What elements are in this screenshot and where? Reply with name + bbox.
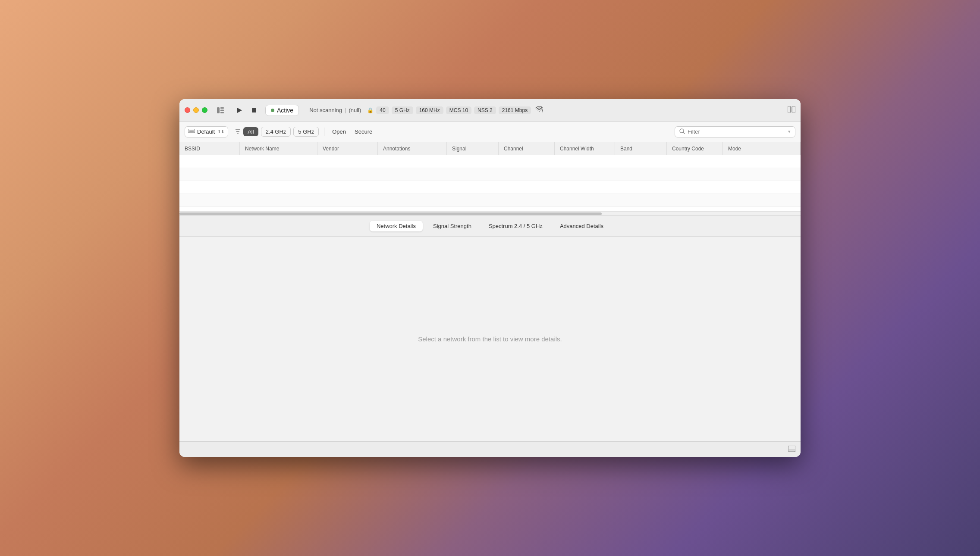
svg-rect-2 <box>220 109 224 111</box>
svg-rect-17 <box>788 446 795 452</box>
active-dot <box>271 109 274 112</box>
col-width-label: Channel Width <box>560 146 594 152</box>
search-icon <box>679 128 685 135</box>
col-network-label: Network Name <box>245 146 279 152</box>
rate-badge: 2161 Mbps <box>499 106 531 114</box>
table-row[interactable] <box>179 155 801 168</box>
titlebar: Active Not scanning | (null) 🔒 40 5 GHz … <box>179 99 801 122</box>
bottom-icon <box>788 446 795 453</box>
search-dropdown-icon[interactable]: ▾ <box>788 129 791 134</box>
table-body <box>179 155 801 211</box>
col-annotations-label: Annotations <box>383 146 410 152</box>
tab-network-details[interactable]: Network Details <box>370 221 423 231</box>
scan-status: Not scanning <box>309 107 342 113</box>
tab-spectrum[interactable]: Spectrum 2.4 / 5 GHz <box>482 221 550 231</box>
col-channel-label: Channel <box>504 146 523 152</box>
network-name: (null) <box>349 107 361 113</box>
profile-selector[interactable]: Default ⬆⬇ <box>185 126 228 137</box>
table-row[interactable] <box>179 168 801 181</box>
col-bssid: BSSID <box>179 142 240 155</box>
svg-rect-7 <box>788 106 791 112</box>
filter-open-button[interactable]: Open <box>330 127 349 136</box>
col-vendor-label: Vendor <box>323 146 339 152</box>
col-network-name: Network Name <box>240 142 317 155</box>
svg-rect-8 <box>792 106 795 112</box>
svg-rect-9 <box>188 129 195 133</box>
table-row[interactable] <box>179 194 801 207</box>
sidebar-toggle-button[interactable] <box>214 104 226 116</box>
table-header: BSSID Network Name Vendor Annotations Si… <box>179 142 801 155</box>
svg-line-16 <box>683 132 685 134</box>
svg-rect-1 <box>220 107 224 109</box>
lock-icon: 🔒 <box>367 107 374 113</box>
col-mode: Mode <box>723 142 801 155</box>
band-badge: 5 GHz <box>392 106 413 114</box>
filter-5ghz-button[interactable]: 5 GHz <box>293 127 319 137</box>
svg-rect-0 <box>217 107 220 113</box>
search-area[interactable]: ▾ <box>675 126 795 137</box>
traffic-lights <box>185 107 207 113</box>
status-area: Not scanning | (null) 🔒 40 5 GHz 160 MHz… <box>309 106 784 114</box>
status-separator: | <box>345 107 346 113</box>
tab-signal-strength[interactable]: Signal Strength <box>426 221 478 231</box>
network-table: BSSID Network Name Vendor Annotations Si… <box>179 142 801 216</box>
split-view-button[interactable] <box>788 106 795 114</box>
wifi-icon <box>535 106 543 114</box>
profile-chevron-icon: ⬆⬇ <box>217 129 224 134</box>
col-mode-label: Mode <box>728 146 741 152</box>
table-row[interactable] <box>179 181 801 194</box>
tab-advanced-details[interactable]: Advanced Details <box>553 221 610 231</box>
filter-24ghz-button[interactable]: 2.4 GHz <box>261 127 291 137</box>
profile-icon <box>188 128 195 135</box>
col-signal: Signal <box>447 142 499 155</box>
col-band-label: Band <box>620 146 632 152</box>
search-input[interactable] <box>688 128 785 135</box>
svg-rect-5 <box>252 108 256 112</box>
filter-secure-button[interactable]: Secure <box>352 127 375 136</box>
filter-all-button[interactable]: All <box>243 127 258 136</box>
svg-rect-3 <box>220 112 224 113</box>
col-country-code: Country Code <box>667 142 723 155</box>
maximize-button[interactable] <box>202 107 207 113</box>
nss-badge: NSS 2 <box>474 106 496 114</box>
active-label: Active <box>277 107 293 114</box>
stop-button[interactable] <box>248 104 260 116</box>
col-signal-label: Signal <box>452 146 466 152</box>
close-button[interactable] <box>185 107 190 113</box>
minimize-button[interactable] <box>193 107 199 113</box>
main-window: Active Not scanning | (null) 🔒 40 5 GHz … <box>179 99 801 457</box>
filter-icon <box>235 128 241 135</box>
tabs-bar: Network Details Signal Strength Spectrum… <box>179 216 801 237</box>
mcs-badge: MCS 10 <box>446 106 471 114</box>
play-button[interactable] <box>233 104 245 116</box>
col-bssid-label: BSSID <box>185 146 200 152</box>
playback-controls <box>233 104 260 116</box>
width-badge: 160 MHz <box>416 106 443 114</box>
filter-section: All 2.4 GHz 5 GHz <box>235 127 319 137</box>
toolbar-divider <box>324 128 324 136</box>
col-channel: Channel <box>499 142 555 155</box>
scrollbar-thumb[interactable] <box>179 212 602 215</box>
profile-name: Default <box>197 128 215 135</box>
col-country-label: Country Code <box>672 146 704 152</box>
bottom-bar <box>179 441 801 457</box>
channel-badge: 40 <box>376 106 389 114</box>
horizontal-scrollbar[interactable] <box>179 211 801 216</box>
content-area: Select a network from the list to view m… <box>179 237 801 441</box>
active-status-badge: Active <box>265 105 299 116</box>
col-band: Band <box>615 142 667 155</box>
col-annotations: Annotations <box>378 142 447 155</box>
col-vendor: Vendor <box>317 142 378 155</box>
svg-marker-4 <box>237 108 242 113</box>
col-channel-width: Channel Width <box>555 142 615 155</box>
empty-state-message: Select a network from the list to view m… <box>418 335 562 343</box>
toolbar: Default ⬆⬇ All 2.4 GHz 5 GHz Open Secure <box>179 122 801 142</box>
